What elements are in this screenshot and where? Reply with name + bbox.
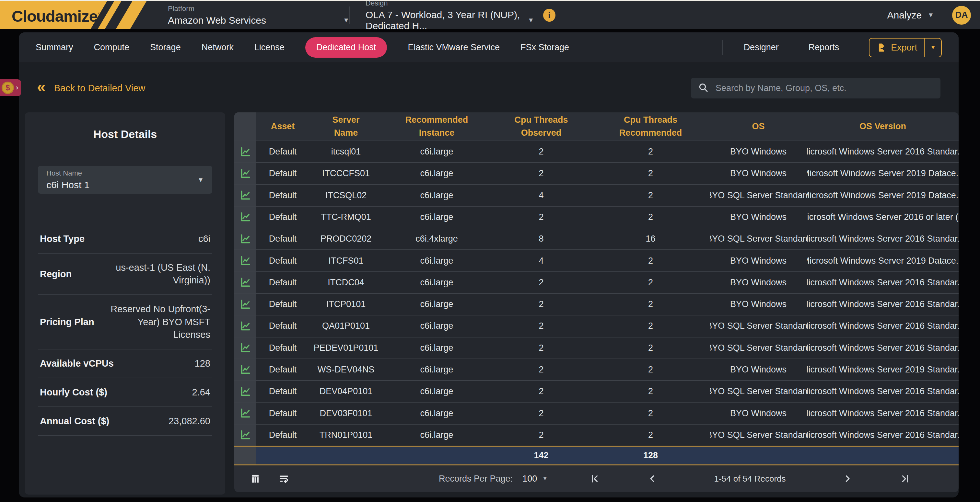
row-chart-button[interactable] — [234, 294, 256, 315]
line-chart-icon — [240, 408, 251, 419]
previous-page-button[interactable] — [644, 470, 661, 487]
cell-os-version: Microsoft Windows Server 2016 Standar... — [807, 315, 959, 337]
chevron-down-icon[interactable]: ▼ — [197, 176, 204, 184]
host-detail-row-region: Regionus-east-1 (US East (N. Virginia)) — [38, 254, 212, 295]
designer-link[interactable]: Designer — [744, 43, 779, 52]
cell-cpu-rec: 2 — [592, 207, 710, 228]
app-header: Cloudamize™ Platform Amazon Web Services… — [0, 1, 980, 29]
column-header-asset[interactable]: Asset — [256, 113, 310, 141]
pagination-range-label: 1-54 of 54 Records — [701, 474, 799, 484]
cell-os-version: Microsoft Windows Server 2019 Datace... — [807, 250, 959, 271]
table-row: DefaultTTC-RMQ01c6i.large22BYO WindowsMi… — [234, 206, 959, 228]
tab-storage[interactable]: Storage — [150, 43, 181, 52]
row-chart-button[interactable] — [234, 185, 256, 206]
tab-summary[interactable]: Summary — [36, 43, 73, 52]
cell-server: ITCFS01 — [310, 250, 382, 271]
column-header-os[interactable]: OS — [710, 113, 807, 141]
cell-os-version: Microsoft Windows Server 2016 Standar... — [807, 272, 959, 293]
cell-server: ITCDC04 — [310, 272, 382, 293]
cell-cpu-rec: 2 — [592, 337, 710, 359]
cost-side-tab[interactable]: $ › — [0, 79, 21, 96]
tab-dedicated-host[interactable]: Dedicated Host — [305, 37, 387, 58]
first-page-button[interactable] — [587, 470, 603, 487]
paginator: 1-54 of 54 Records — [587, 470, 913, 487]
cell-asset: Default — [256, 403, 310, 424]
row-chart-button[interactable] — [234, 250, 256, 271]
export-button[interactable]: Export ▼ — [869, 38, 942, 57]
chevron-down-icon[interactable]: ▼ — [343, 16, 349, 24]
column-header-os-version[interactable]: OS Version — [807, 113, 959, 141]
column-header-server-name[interactable]: Server Name — [310, 113, 382, 141]
platform-select[interactable]: Platform Amazon Web Services ▼ — [168, 1, 349, 29]
column-header-cpu-threads-recommended[interactable]: Cpu Threads Recommended — [592, 113, 710, 141]
tab-network[interactable]: Network — [202, 43, 234, 52]
line-chart-icon — [240, 234, 251, 245]
row-chart-button[interactable] — [234, 228, 256, 249]
row-chart-button[interactable] — [234, 315, 256, 337]
host-name-select[interactable]: Host Name c6i Host 1 ▼ — [38, 166, 212, 194]
main-content-card: SummaryComputeStorageNetworkLicenseDedic… — [19, 32, 959, 497]
tab-fsx-storage[interactable]: FSx Storage — [520, 43, 569, 52]
column-header-cpu-threads-observed[interactable]: Cpu Threads Observed — [491, 113, 592, 141]
records-per-page-value[interactable]: 100 — [522, 474, 537, 484]
chevron-right-icon: › — [16, 84, 18, 92]
next-page-button[interactable] — [839, 470, 856, 487]
cell-cpu-rec: 2 — [592, 294, 710, 315]
design-select[interactable]: Design OLA 7 - Workload, 3 Year RI (NUP)… — [366, 1, 534, 29]
cell-os-version: Microsoft Windows Server 2016 Standar... — [807, 294, 959, 315]
host-detail-row-host-type: Host Typec6i — [38, 225, 212, 254]
row-chart-button[interactable] — [234, 403, 256, 424]
cell-cpu-rec: 2 — [592, 315, 710, 337]
dollar-coin-icon: $ — [2, 82, 14, 94]
info-icon[interactable]: i — [543, 9, 555, 22]
line-chart-icon — [240, 342, 251, 353]
last-page-button[interactable] — [896, 470, 913, 487]
cell-asset: Default — [256, 315, 310, 337]
cell-cpu-rec: 2 — [592, 185, 710, 206]
line-chart-icon — [240, 168, 251, 179]
back-to-detailed-view-link[interactable]: « Back to Detailed View — [37, 83, 145, 94]
row-chart-button[interactable] — [234, 424, 256, 446]
avatar[interactable]: DA — [952, 6, 971, 25]
chevron-down-icon[interactable]: ▼ — [528, 16, 534, 24]
analyze-label: Analyze — [887, 10, 922, 21]
table-row: DefaultQA01P0101c6i.large22BYO SQL Serve… — [234, 315, 959, 337]
analyze-menu[interactable]: Analyze ▼ — [887, 10, 934, 21]
cell-server: TRN01P0101 — [310, 424, 382, 446]
column-view-icon[interactable] — [250, 473, 261, 484]
row-chart-button[interactable] — [234, 207, 256, 228]
row-chart-button[interactable] — [234, 272, 256, 293]
column-header-recommended-instance[interactable]: Recommended Instance — [382, 113, 491, 141]
detail-value: 128 — [195, 357, 210, 370]
cell-cpu-obs: 2 — [491, 272, 592, 293]
tab-elastic-vmware-service[interactable]: Elastic VMware Service — [408, 43, 500, 52]
cell-os: BYO SQL Server Standard — [710, 185, 807, 206]
app-window: Cloudamize™ Platform Amazon Web Services… — [0, 0, 980, 502]
cell-cpu-rec: 2 — [592, 250, 710, 271]
search-box[interactable] — [691, 78, 940, 98]
table-row: DefaultDEV03F0101c6i.large22BYO WindowsM… — [234, 402, 959, 424]
host-name-label: Host Name — [46, 169, 89, 178]
cell-asset: Default — [256, 141, 310, 162]
tab-compute[interactable]: Compute — [94, 43, 130, 52]
reports-link[interactable]: Reports — [808, 43, 839, 52]
cell-os-version: Microsoft Windows Server 2016 Standar... — [807, 424, 959, 446]
cell-server: PEDEV01P0101 — [310, 337, 382, 359]
chevron-down-icon[interactable]: ▼ — [542, 475, 548, 482]
export-dropdown-caret[interactable]: ▼ — [925, 44, 941, 51]
wrap-text-icon[interactable] — [278, 473, 290, 484]
search-input[interactable] — [715, 83, 933, 94]
row-chart-button[interactable] — [234, 381, 256, 402]
detail-label: Available vCPUs — [40, 358, 114, 369]
row-chart-button[interactable] — [234, 359, 256, 380]
row-chart-button[interactable] — [234, 163, 256, 184]
cell-asset: Default — [256, 207, 310, 228]
tab-license[interactable]: License — [255, 43, 285, 52]
row-chart-button[interactable] — [234, 337, 256, 359]
cell-asset: Default — [256, 163, 310, 184]
row-chart-button[interactable] — [234, 141, 256, 162]
cell-os: BYO Windows — [710, 141, 807, 162]
detail-value: 23,082.60 — [169, 415, 210, 427]
cell-os-version: Microsoft Windows Server 2016 or later (… — [807, 207, 959, 228]
cell-instance: c6i.large — [382, 163, 491, 184]
